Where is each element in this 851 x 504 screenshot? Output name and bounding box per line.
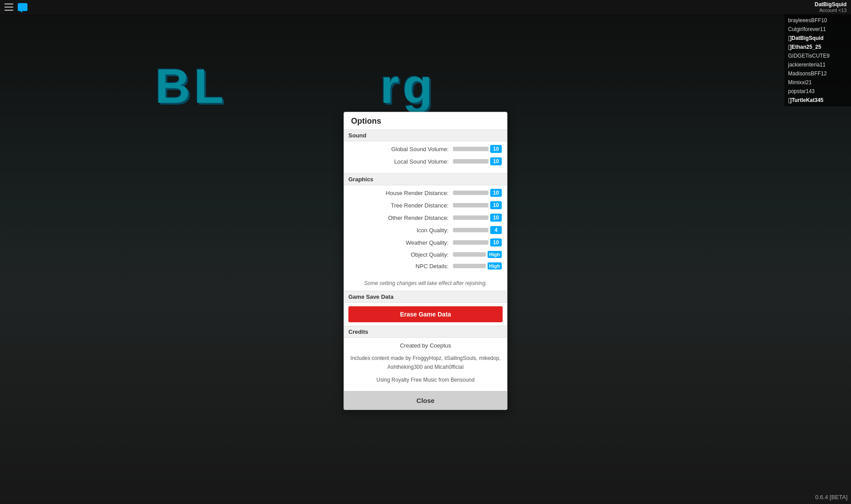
slider-track (453, 240, 488, 245)
npc-details-value: High (488, 262, 502, 270)
object-quality-label: Object Quality: (349, 251, 453, 258)
slider-track (453, 159, 488, 164)
dialog-scroll-area[interactable]: Sound Global Sound Volume: 10 Local Soun… (344, 129, 507, 391)
sound-section-header: Sound (344, 129, 507, 141)
erase-game-data-button[interactable]: Erase Game Data (348, 306, 503, 322)
global-sound-value: 10 (490, 145, 502, 153)
other-render-row: Other Render Distance: 10 (349, 214, 502, 222)
house-render-value: 10 (490, 189, 502, 197)
other-render-slider[interactable]: 10 (453, 214, 502, 222)
credits-music: Using Royalty Free Music from Bensound (350, 377, 501, 383)
dialog-title: Options (344, 112, 507, 129)
close-bar: Close (344, 391, 507, 410)
other-render-value: 10 (490, 214, 502, 222)
global-sound-slider[interactable]: 10 (453, 145, 502, 153)
icon-quality-row: Icon Quality: 4 (349, 226, 502, 234)
slider-track (453, 147, 488, 151)
house-render-label: House Render Distance: (349, 190, 453, 196)
weather-quality-slider[interactable]: 10 (453, 238, 502, 246)
object-quality-row: Object Quality: High (349, 251, 502, 258)
house-render-row: House Render Distance: 10 (349, 189, 502, 197)
global-sound-label: Global Sound Volume: (349, 146, 453, 152)
icon-quality-value: 4 (490, 226, 502, 234)
npc-details-label: NPC Details: (349, 263, 453, 270)
icon-quality-label: Icon Quality: (349, 227, 453, 234)
tree-render-row: Tree Render Distance: 10 (349, 201, 502, 209)
close-button[interactable]: Close (344, 391, 507, 410)
global-sound-row: Global Sound Volume: 10 (349, 145, 502, 153)
slider-track (453, 264, 486, 268)
slider-track (453, 191, 488, 195)
tree-render-value: 10 (490, 201, 502, 209)
credits-includes: Includes content made by FroggyHopz, iiS… (350, 354, 501, 371)
save-data-section-header: Game Save Data (344, 291, 507, 303)
slider-track (453, 215, 488, 220)
rejoin-notice: Some setting changes will take effect af… (344, 277, 507, 291)
credits-body: Created by Coeptus Includes content made… (344, 338, 507, 391)
slider-track (453, 228, 488, 232)
npc-details-slider[interactable]: High (453, 262, 502, 270)
slider-track (453, 203, 488, 207)
local-sound-row: Local Sound Volume: 10 (349, 157, 502, 165)
house-render-slider[interactable]: 10 (453, 189, 502, 197)
icon-quality-slider[interactable]: 4 (453, 226, 502, 234)
options-dialog: Options Sound Global Sound Volume: 10 Lo… (344, 112, 507, 410)
tree-render-label: Tree Render Distance: (349, 202, 453, 209)
tree-render-slider[interactable]: 10 (453, 201, 502, 209)
object-quality-slider[interactable]: High (453, 251, 502, 258)
local-sound-label: Local Sound Volume: (349, 158, 453, 165)
weather-quality-row: Weather Quality: 10 (349, 238, 502, 246)
local-sound-slider[interactable]: 10 (453, 157, 502, 165)
graphics-section-header: Graphics (344, 173, 507, 185)
credits-section-header: Credits (344, 326, 507, 338)
local-sound-value: 10 (490, 157, 502, 165)
other-render-label: Other Render Distance: (349, 215, 453, 221)
sound-settings: Global Sound Volume: 10 Local Sound Volu… (344, 141, 507, 173)
credits-created-by: Created by Coeptus (350, 342, 501, 349)
npc-details-row: NPC Details: High (349, 262, 502, 270)
slider-track (453, 252, 486, 257)
object-quality-value: High (488, 251, 502, 258)
modal-overlay: Options Sound Global Sound Volume: 10 Lo… (0, 0, 851, 504)
graphics-settings: House Render Distance: 10 Tree Render Di… (344, 185, 507, 277)
weather-quality-label: Weather Quality: (349, 239, 453, 246)
weather-quality-value: 10 (490, 238, 502, 246)
